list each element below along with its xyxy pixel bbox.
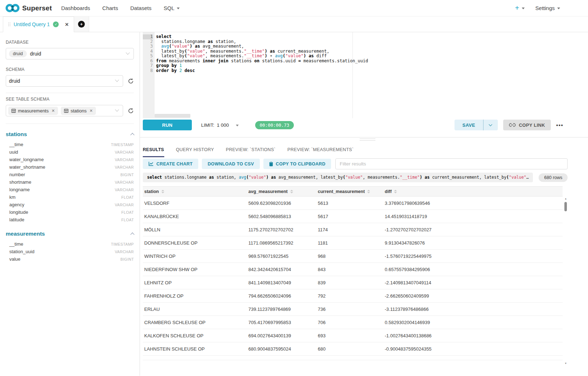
table-schema-select[interactable]: measurementsstations	[6, 105, 123, 116]
limit-dropdown[interactable]: LIMIT: 1 000	[201, 122, 239, 128]
sql-token: (	[343, 175, 345, 180]
nav-item-dashboards[interactable]: Dashboards	[61, 0, 90, 16]
more-options-button[interactable]	[556, 122, 563, 128]
database-value: druid	[30, 51, 41, 57]
save-button[interactable]: SAVE	[455, 120, 483, 130]
column-header-station[interactable]: station	[143, 189, 247, 194]
scroll-up-icon[interactable]	[564, 197, 567, 201]
results-tab-preview-measurements[interactable]: PREVIEW: `MEASUREMENTS`	[287, 142, 354, 157]
brand-name: Superset	[22, 4, 52, 12]
sort-icon[interactable]	[161, 190, 164, 193]
editor-code[interactable]: select stations.longname as station, avg…	[155, 32, 588, 118]
executed-query-preview[interactable]: select stations.longname as station, avg…	[143, 173, 533, 182]
sort-icon[interactable]	[394, 190, 397, 193]
nav-item-sql[interactable]: SQL	[164, 0, 180, 16]
table-chip-stations[interactable]: stations	[61, 107, 96, 115]
copy-link-button[interactable]: COPY LINK	[503, 120, 551, 130]
sql-token: group by	[156, 63, 177, 68]
new-item-dropdown[interactable]: +	[515, 4, 525, 12]
table-chip-measurements[interactable]: measurements	[8, 107, 58, 115]
query-tab-active[interactable]: Untitled Query 1	[3, 16, 74, 32]
save-options-button[interactable]	[483, 120, 498, 130]
table-cell: FAHRENHOLZ OP	[143, 293, 247, 299]
table-cell: 706	[316, 320, 383, 325]
table-section-header-stations[interactable]: stations	[6, 131, 134, 138]
editor-hscrollbar[interactable]	[155, 114, 190, 118]
results-tab-query-history[interactable]: QUERY HISTORY	[176, 142, 214, 157]
column-header-current-measurement[interactable]: current_measurement	[316, 189, 383, 194]
table-row: DONNERSCHLEUSE OP1171.086956521739211819…	[143, 236, 563, 250]
run-button[interactable]: RUN	[143, 120, 192, 130]
scrollbar-thumb[interactable]	[564, 202, 567, 211]
sql-token: avg	[239, 175, 246, 180]
sql-token: "value"	[249, 175, 266, 180]
nav-item-datasets[interactable]: Datasets	[130, 0, 151, 16]
column-row: uuidVARCHAR	[6, 148, 134, 156]
table-cell: 693	[316, 333, 383, 338]
create-chart-button[interactable]: CREATE CHART	[143, 159, 198, 169]
sql-token: stations	[228, 58, 254, 63]
add-tab-button[interactable]	[78, 21, 85, 28]
schema-select[interactable]: druid	[6, 75, 123, 87]
table-cell: VELSDORF	[143, 201, 247, 206]
database-select[interactable]: druid druid	[6, 48, 134, 59]
column-header-diff[interactable]: diff	[383, 189, 563, 194]
nav-item-charts[interactable]: Charts	[102, 0, 118, 16]
column-type: VARCHAR	[115, 180, 134, 184]
table-cell: -2.1409813407049114	[383, 280, 563, 285]
sql-token: (	[184, 53, 187, 58]
sql-token: , measurements.	[205, 49, 244, 54]
sql-token: (	[184, 49, 187, 54]
sql-token: measurements	[166, 58, 203, 63]
line-number: 8	[143, 68, 153, 73]
superset-logo[interactable]: Superset	[5, 3, 52, 13]
refresh-icon	[128, 78, 134, 84]
remove-chip-icon[interactable]	[89, 109, 93, 113]
copy-clipboard-button[interactable]: COPY TO CLIPBOARD	[263, 159, 331, 169]
column-type: BIGINT	[121, 257, 134, 261]
drag-grip-icon[interactable]	[8, 23, 10, 26]
chart-icon	[149, 162, 154, 166]
column-row: __timeTIMESTAMP	[6, 141, 134, 148]
sql-token	[177, 63, 179, 68]
column-row: latitudeFLOAT	[6, 216, 134, 223]
results-scrollbar[interactable]	[563, 197, 568, 365]
chevron-down-icon	[115, 107, 119, 111]
code-line: latest_by("value", measurements."__time"…	[156, 49, 588, 54]
sort-icon[interactable]	[290, 190, 293, 193]
table-section-header-measurements[interactable]: measurements	[6, 231, 134, 237]
column-row: shortnameVARCHAR	[6, 178, 134, 186]
code-line: group by 1	[156, 63, 588, 68]
table-cell: WINTRICH OP	[143, 254, 247, 259]
table-cell: KANALBRÜCKE	[143, 214, 247, 219]
sql-token: on	[254, 58, 259, 63]
results-tab-results[interactable]: RESULTS	[143, 142, 164, 157]
chevron-down-icon	[115, 78, 119, 82]
table-cell: 739.1123789764869	[247, 307, 316, 312]
column-type: VARCHAR	[115, 188, 134, 192]
close-tab-icon[interactable]	[65, 22, 69, 27]
sql-token	[267, 53, 270, 58]
remove-chip-icon[interactable]	[52, 109, 55, 113]
column-type: BIGINT	[121, 173, 134, 177]
results-tab-preview-stations[interactable]: PREVIEW: `STATIONS`	[226, 142, 276, 157]
filter-results-input[interactable]	[335, 158, 568, 169]
settings-dropdown[interactable]: Settings	[535, 5, 560, 11]
column-name: uuid	[9, 149, 18, 155]
download-csv-label: DOWNLOAD TO CSV	[208, 162, 254, 167]
sqllab-right-panel: 12345678 select stations.longname as sta…	[140, 32, 588, 376]
sort-desc-icon	[161, 192, 164, 193]
column-name: number	[9, 172, 25, 177]
table-cell: ERLAU	[143, 307, 247, 312]
divider	[6, 124, 134, 124]
scroll-down-icon[interactable]	[564, 362, 567, 365]
refresh-tables-button[interactable]	[128, 108, 134, 114]
sort-icon[interactable]	[367, 190, 370, 193]
sql-editor[interactable]: 12345678 select stations.longname as sta…	[140, 32, 588, 118]
refresh-schemas-button[interactable]	[128, 78, 134, 84]
column-header-avg-measurement[interactable]: avg_measurement	[247, 189, 316, 194]
nav-menu: DashboardsChartsDatasetsSQL	[61, 0, 180, 16]
download-csv-button[interactable]: DOWNLOAD TO CSV	[202, 159, 259, 169]
editor-gutter: 12345678	[143, 32, 155, 118]
pane-drag-handle[interactable]	[360, 139, 375, 142]
